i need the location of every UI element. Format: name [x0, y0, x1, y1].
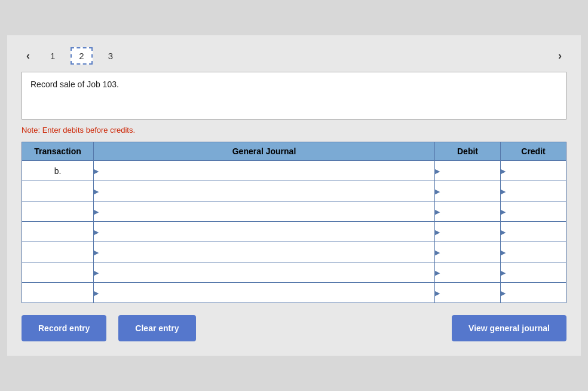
page-2-active[interactable]: 2 — [71, 47, 92, 65]
credit-cell-3[interactable]: ▶ — [501, 222, 566, 242]
col-header-credit: Credit — [501, 142, 566, 161]
credit-input-5[interactable] — [501, 262, 566, 282]
debit-cell-1[interactable]: ▶ — [435, 181, 501, 201]
description-text: Record sale of Job 103. — [30, 80, 119, 89]
credit-input-0[interactable] — [501, 161, 566, 181]
debit-cell-4[interactable]: ▶ — [435, 242, 501, 262]
record-entry-button[interactable]: Record entry — [22, 315, 106, 341]
credit-input-2[interactable] — [501, 201, 566, 221]
page-3[interactable]: 3 — [102, 48, 119, 63]
debit-input-4[interactable] — [435, 242, 500, 262]
transaction-cell-5 — [22, 262, 94, 283]
credit-input-4[interactable] — [501, 242, 566, 262]
journal-cell-1[interactable]: ▶ — [94, 181, 435, 201]
journal-cell-3[interactable]: ▶ — [94, 222, 435, 242]
table-row: ▶ ▶ ▶ — [22, 222, 566, 242]
debit-input-6[interactable] — [435, 283, 500, 303]
journal-input-0[interactable] — [94, 161, 434, 181]
description-box: Record sale of Job 103. — [22, 72, 566, 120]
journal-cell-5[interactable]: ▶ — [94, 262, 435, 283]
debit-input-5[interactable] — [435, 262, 500, 282]
debit-input-1[interactable] — [435, 181, 500, 201]
journal-input-1[interactable] — [94, 181, 434, 201]
credit-cell-4[interactable]: ▶ — [501, 242, 566, 262]
transaction-cell-2 — [22, 201, 94, 222]
table-row: ▶ ▶ ▶ — [22, 242, 566, 262]
debit-input-2[interactable] — [435, 201, 500, 221]
credit-input-1[interactable] — [501, 181, 566, 201]
transaction-cell-3 — [22, 222, 94, 242]
page-1[interactable]: 1 — [44, 48, 61, 63]
transaction-cell-6 — [22, 283, 94, 303]
debit-input-0[interactable] — [435, 161, 500, 181]
transaction-cell-4 — [22, 242, 94, 262]
main-container: ‹ 1 2 3 › Record sale of Job 103. Note: … — [7, 35, 581, 356]
journal-input-3[interactable] — [94, 222, 434, 242]
journal-input-5[interactable] — [94, 262, 434, 282]
credit-cell-2[interactable]: ▶ — [501, 201, 566, 222]
col-header-debit: Debit — [435, 142, 501, 161]
next-page-button[interactable]: › — [553, 47, 566, 65]
journal-cell-4[interactable]: ▶ — [94, 242, 435, 262]
credit-cell-5[interactable]: ▶ — [501, 262, 566, 283]
transaction-cell-0: b. — [22, 161, 94, 181]
table-row: ▶ ▶ ▶ — [22, 201, 566, 222]
table-row: b. ▶ ▶ ▶ — [22, 161, 566, 181]
table-row: ▶ ▶ ▶ — [22, 181, 566, 201]
journal-cell-0[interactable]: ▶ — [94, 161, 435, 181]
transaction-cell-1 — [22, 181, 94, 201]
debit-cell-6[interactable]: ▶ — [435, 283, 501, 303]
credit-cell-0[interactable]: ▶ — [501, 161, 566, 181]
journal-input-4[interactable] — [94, 242, 434, 262]
buttons-row: Record entry Clear entry View general jo… — [22, 315, 566, 341]
debit-cell-3[interactable]: ▶ — [435, 222, 501, 242]
credit-input-3[interactable] — [501, 222, 566, 242]
credit-cell-1[interactable]: ▶ — [501, 181, 566, 201]
view-general-journal-button[interactable]: View general journal — [452, 315, 566, 341]
journal-input-2[interactable] — [94, 201, 434, 221]
debit-cell-5[interactable]: ▶ — [435, 262, 501, 283]
debit-cell-2[interactable]: ▶ — [435, 201, 501, 222]
journal-input-6[interactable] — [94, 283, 434, 303]
credit-input-6[interactable] — [501, 283, 566, 303]
journal-cell-6[interactable]: ▶ — [94, 283, 435, 303]
pagination-row: ‹ 1 2 3 › — [22, 47, 566, 65]
col-header-transaction: Transaction — [22, 142, 94, 161]
table-row: ▶ ▶ ▶ — [22, 262, 566, 283]
credit-cell-6[interactable]: ▶ — [501, 283, 566, 303]
journal-cell-2[interactable]: ▶ — [94, 201, 435, 222]
prev-page-button[interactable]: ‹ — [22, 47, 35, 65]
transaction-label-0: b. — [54, 166, 62, 176]
clear-entry-button[interactable]: Clear entry — [118, 315, 195, 341]
note-text: Note: Enter debits before credits. — [22, 126, 566, 135]
journal-table: Transaction General Journal Debit Credit… — [22, 142, 566, 303]
debit-cell-0[interactable]: ▶ — [435, 161, 501, 181]
col-header-general-journal: General Journal — [94, 142, 435, 161]
debit-input-3[interactable] — [435, 222, 500, 242]
table-row: ▶ ▶ ▶ — [22, 283, 566, 303]
